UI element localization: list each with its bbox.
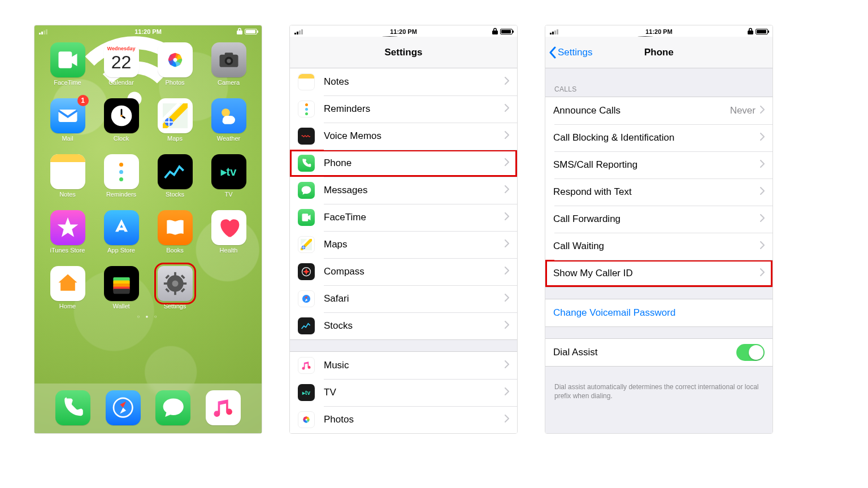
facetime-icon xyxy=(298,209,315,226)
app-calendar[interactable]: Wednesday22Calendar xyxy=(97,42,145,86)
safari-icon xyxy=(298,290,315,307)
facetime-app-icon[interactable] xyxy=(50,42,85,77)
app-itunes[interactable]: iTunes Store xyxy=(44,210,92,254)
row-label: Respond with Text xyxy=(553,186,760,198)
notes-app-icon[interactable] xyxy=(50,154,85,189)
chevron-right-icon xyxy=(505,77,509,87)
books-app-icon[interactable] xyxy=(158,210,193,245)
phone-row-call-forwarding[interactable]: Call Forwarding xyxy=(545,206,772,233)
app-camera[interactable]: Camera xyxy=(205,42,253,86)
app-settings[interactable]: Settings xyxy=(151,266,199,310)
app-facetime[interactable]: FaceTime xyxy=(44,42,92,86)
dial-assist-toggle[interactable] xyxy=(736,344,765,361)
row-label: Maps xyxy=(324,239,505,250)
app-tv[interactable]: ▸tvTV xyxy=(205,154,253,198)
settings-row-messages[interactable]: Messages xyxy=(290,177,517,204)
phone-row-call-blocking-identification[interactable]: Call Blocking & Identification xyxy=(545,124,772,151)
app-label: Notes xyxy=(59,191,76,198)
screen-phone-settings: 11:20 PM Settings Phone CALLSAnnounce Ca… xyxy=(545,25,773,434)
phone-row-show-my-caller-id[interactable]: Show My Caller ID xyxy=(545,260,772,287)
health-app-icon[interactable] xyxy=(211,210,246,245)
app-reminders[interactable]: Reminders xyxy=(97,154,145,198)
stocks-app-icon[interactable] xyxy=(158,154,193,189)
app-weather[interactable]: Weather xyxy=(205,98,253,142)
settings-row-tv[interactable]: ▸tvTV xyxy=(290,379,517,406)
dock-app-phone[interactable] xyxy=(55,390,90,425)
app-label: Wallet xyxy=(112,303,129,310)
nav-back-label: Settings xyxy=(558,47,592,58)
app-label: Settings xyxy=(164,303,186,310)
app-clock[interactable]: Clock xyxy=(97,98,145,142)
settings-app-icon[interactable] xyxy=(158,266,193,301)
voicememos-icon xyxy=(298,128,315,145)
app-photos[interactable]: Photos xyxy=(151,42,199,86)
app-mail[interactable]: 1Mail xyxy=(44,98,92,142)
status-bar: 11:20 PM xyxy=(545,25,772,37)
app-home[interactable]: Home xyxy=(44,266,92,310)
battery-icon xyxy=(500,29,513,34)
photos-app-icon[interactable] xyxy=(158,42,193,77)
row-detail: Never xyxy=(730,105,756,116)
lock-icon xyxy=(492,28,498,36)
weather-app-icon[interactable] xyxy=(211,98,246,133)
status-bar: 11:20 PM xyxy=(34,25,262,37)
phone-settings-list[interactable]: CALLSAnnounce CallsNeverCall Blocking & … xyxy=(545,68,772,433)
row-label: Reminders xyxy=(324,103,505,115)
change-voicemail-password[interactable]: Change Voicemail Password xyxy=(545,299,772,326)
app-notes[interactable]: Notes xyxy=(44,154,92,198)
row-label: FaceTime xyxy=(324,212,505,223)
tv-app-icon[interactable]: ▸tv xyxy=(211,154,246,189)
app-books[interactable]: Books xyxy=(151,210,199,254)
chevron-right-icon xyxy=(505,212,509,223)
app-label: iTunes Store xyxy=(50,247,85,254)
settings-row-maps[interactable]: Maps xyxy=(290,231,517,258)
mail-app-icon[interactable]: 1 xyxy=(50,98,85,133)
phone-row-call-waiting[interactable]: Call Waiting xyxy=(545,233,772,260)
app-label: Maps xyxy=(167,135,183,142)
phone-row-announce-calls[interactable]: Announce CallsNever xyxy=(545,97,772,124)
nav-back-button[interactable]: Settings xyxy=(549,37,592,68)
chevron-right-icon xyxy=(505,104,509,114)
app-maps[interactable]: Maps xyxy=(151,98,199,142)
settings-row-music[interactable]: Music xyxy=(290,352,517,379)
dock-app-safari[interactable] xyxy=(106,390,141,425)
appstore-app-icon[interactable] xyxy=(104,210,139,245)
camera-app-icon[interactable] xyxy=(211,42,246,77)
wallet-app-icon[interactable] xyxy=(104,266,139,301)
app-label: Health xyxy=(220,247,238,254)
app-stocks[interactable]: Stocks xyxy=(151,154,199,198)
settings-row-facetime[interactable]: FaceTime xyxy=(290,204,517,231)
phone-row-sms-call-reporting[interactable]: SMS/Call Reporting xyxy=(545,151,772,178)
maps-icon xyxy=(298,236,315,253)
row-label: Phone xyxy=(324,158,505,169)
settings-row-notes[interactable]: Notes xyxy=(290,68,517,95)
app-appstore[interactable]: App Store xyxy=(97,210,145,254)
app-health[interactable]: Health xyxy=(205,210,253,254)
settings-row-voicememos[interactable]: Voice Memos xyxy=(290,123,517,150)
page-indicator[interactable]: ○ ● ○ xyxy=(34,310,262,324)
settings-row-safari[interactable]: Safari xyxy=(290,285,517,312)
app-label: Photos xyxy=(165,79,184,86)
itunes-app-icon[interactable] xyxy=(50,210,85,245)
phone-row-respond-with-text[interactable]: Respond with Text xyxy=(545,178,772,206)
dock-app-music[interactable] xyxy=(206,390,241,425)
row-label: Notes xyxy=(324,76,505,88)
reminders-app-icon[interactable] xyxy=(104,154,139,189)
app-wallet[interactable]: Wallet xyxy=(97,266,145,310)
app-label: Camera xyxy=(218,79,240,86)
chevron-right-icon xyxy=(760,106,765,116)
chevron-right-icon xyxy=(505,294,509,304)
settings-row-reminders[interactable]: Reminders xyxy=(290,95,517,123)
clock-app-icon[interactable] xyxy=(104,98,139,133)
settings-list[interactable]: NotesRemindersVoice MemosPhoneMessagesFa… xyxy=(290,68,517,433)
settings-row-photos[interactable]: Photos xyxy=(290,406,517,433)
home-app-icon[interactable] xyxy=(50,266,85,301)
dock-app-messages[interactable] xyxy=(155,390,190,425)
settings-row-compass[interactable]: Compass xyxy=(290,258,517,285)
calendar-app-icon[interactable]: Wednesday22 xyxy=(104,42,139,77)
maps-app-icon[interactable] xyxy=(158,98,193,133)
settings-row-phone[interactable]: Phone xyxy=(290,150,517,177)
compass-icon xyxy=(298,263,315,280)
status-bar: 11:20 PM xyxy=(290,25,517,37)
settings-row-stocks[interactable]: Stocks xyxy=(290,312,517,339)
